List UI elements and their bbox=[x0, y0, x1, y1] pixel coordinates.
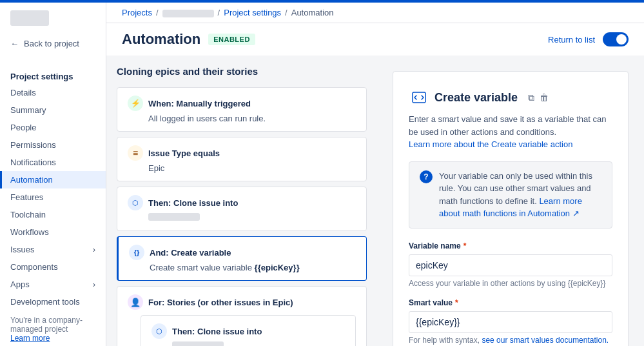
step-clone1-label: Then: Clone issue into bbox=[148, 198, 238, 208]
content-area: Projects / / Project settings / Automati… bbox=[106, 3, 644, 346]
variable-icon: {} bbox=[129, 245, 144, 260]
step-for-label: For: Stories (or other issues in Epic) bbox=[148, 298, 293, 307]
delete-icon[interactable]: 🗑 bbox=[540, 92, 549, 103]
sidebar-item-features[interactable]: Features bbox=[0, 188, 106, 206]
automation-toggle[interactable] bbox=[603, 32, 629, 46]
detail-title: Create variable bbox=[434, 91, 518, 105]
smart-value-label: Smart value * bbox=[409, 298, 612, 307]
step-clone1-header: ⬡ Then: Clone issue into bbox=[128, 195, 356, 210]
enabled-badge: ENABLED bbox=[208, 34, 255, 45]
variable-name-hint: Access your variable in other actions by… bbox=[409, 279, 612, 288]
variable-name-label: Variable name * bbox=[409, 241, 612, 250]
step-clone1-desc bbox=[148, 213, 356, 223]
sidebar-section-header: Project settings bbox=[0, 64, 106, 84]
breadcrumb-projects[interactable]: Projects bbox=[122, 8, 152, 17]
breadcrumb: Projects / / Project settings / Automati… bbox=[106, 3, 644, 23]
smart-values-doc-link[interactable]: see our smart values documentation. bbox=[482, 336, 609, 345]
required-star-1: * bbox=[463, 241, 467, 250]
sidebar-item-people[interactable]: People bbox=[0, 119, 106, 136]
smart-value-group: Smart value * For help with syntax, see … bbox=[409, 298, 612, 345]
sidebar-logo-area bbox=[0, 3, 106, 34]
back-to-project[interactable]: ← Back to project bbox=[0, 34, 106, 54]
detail-icon bbox=[409, 87, 429, 108]
step-for[interactable]: 👤 For: Stories (or other issues in Epic)… bbox=[117, 286, 367, 346]
sidebar-item-summary[interactable]: Summary bbox=[0, 101, 106, 119]
step-clone2-label: Then: Clone issue into bbox=[172, 327, 262, 336]
clone2-icon: ⬡ bbox=[151, 323, 167, 339]
detail-card: Create variable ⧉ 🗑 Enter a smart value … bbox=[393, 71, 629, 346]
step-clone2-header: ⬡ Then: Clone issue into bbox=[151, 323, 345, 339]
learn-more-variable-link[interactable]: Learn more about the Create variable act… bbox=[409, 139, 572, 149]
info-box-text: Your variable can only be used within th… bbox=[439, 170, 601, 220]
company-managed-text: You're in a company-managed project bbox=[10, 316, 95, 334]
step-clone2-desc bbox=[172, 341, 345, 346]
variable-name-input[interactable] bbox=[409, 254, 612, 276]
step-clone2[interactable]: ⬡ Then: Clone issue into bbox=[141, 315, 356, 346]
condition-icon: ≡ bbox=[128, 145, 143, 161]
return-to-list-link[interactable]: Return to list bbox=[548, 35, 595, 45]
step-condition[interactable]: ≡ Issue Type equals Epic bbox=[117, 137, 367, 181]
trigger-icon: ⚡ bbox=[128, 96, 143, 111]
sidebar-item-components[interactable]: Components bbox=[0, 258, 106, 276]
info-icon: ? bbox=[420, 170, 433, 183]
page-header: Automation ENABLED Return to list bbox=[106, 23, 644, 56]
step-when-header: ⚡ When: Manually triggered bbox=[128, 96, 356, 111]
project-name-redacted bbox=[162, 10, 214, 17]
page-header-left: Automation ENABLED bbox=[122, 31, 255, 48]
chevron-right-icon-apps: › bbox=[93, 280, 95, 289]
rule-panel: Cloning epics and their stories ⚡ When: … bbox=[106, 56, 377, 346]
step-condition-header: ≡ Issue Type equals bbox=[128, 145, 356, 161]
step-variable[interactable]: {} And: Create variable Create smart val… bbox=[117, 236, 367, 281]
sidebar: ← Back to project Project settings Detai… bbox=[0, 3, 106, 346]
back-label: Back to project bbox=[24, 39, 79, 48]
step-condition-desc: Epic bbox=[148, 163, 356, 173]
step-for-header: 👤 For: Stories (or other issues in Epic) bbox=[128, 294, 356, 310]
detail-description: Enter a smart value and save it as a var… bbox=[409, 113, 612, 151]
logo bbox=[10, 10, 49, 26]
copy-icon[interactable]: ⧉ bbox=[528, 92, 534, 103]
breadcrumb-automation: Automation bbox=[291, 8, 334, 17]
app-wrapper: ← Back to project Project settings Detai… bbox=[0, 0, 644, 346]
sidebar-item-apps[interactable]: Apps › bbox=[0, 276, 106, 293]
required-star-2: * bbox=[455, 298, 458, 307]
step-variable-desc-bold: {{epicKey}} bbox=[255, 263, 300, 272]
sidebar-item-permissions[interactable]: Permissions bbox=[0, 136, 106, 154]
breadcrumb-project-settings[interactable]: Project settings bbox=[224, 8, 281, 17]
sidebar-footer: You're in a company-managed project Lear… bbox=[0, 310, 106, 346]
smart-value-input[interactable] bbox=[409, 311, 612, 333]
sidebar-item-toolchain[interactable]: Toolchain bbox=[0, 206, 106, 223]
main-layout: ← Back to project Project settings Detai… bbox=[0, 3, 644, 346]
step-when-label: When: Manually triggered bbox=[148, 99, 251, 108]
step-when-desc: All logged in users can run rule. bbox=[148, 114, 356, 123]
info-box: ? Your variable can only be used within … bbox=[409, 161, 612, 229]
learn-more-link[interactable]: Learn more bbox=[10, 334, 50, 343]
step-variable-label: And: Create variable bbox=[150, 248, 231, 258]
sidebar-item-details[interactable]: Details bbox=[0, 84, 106, 101]
two-panel: Cloning epics and their stories ⚡ When: … bbox=[106, 56, 644, 346]
sidebar-item-notifications[interactable]: Notifications bbox=[0, 154, 106, 171]
chevron-right-icon: › bbox=[93, 245, 95, 254]
page-header-right: Return to list bbox=[548, 32, 629, 46]
back-arrow-icon: ← bbox=[10, 39, 19, 48]
step-when[interactable]: ⚡ When: Manually triggered All logged in… bbox=[117, 87, 367, 132]
clone2-redacted bbox=[172, 341, 224, 346]
sidebar-item-devtools[interactable]: Development tools bbox=[0, 293, 106, 310]
for-icon: 👤 bbox=[128, 294, 143, 310]
sidebar-item-automation[interactable]: Automation bbox=[0, 171, 106, 188]
sidebar-item-issues[interactable]: Issues › bbox=[0, 241, 106, 258]
detail-panel: Create variable ⧉ 🗑 Enter a smart value … bbox=[377, 56, 644, 346]
variable-name-group: Variable name * Access your variable in … bbox=[409, 241, 612, 288]
smart-value-hint: For help with syntax, see our smart valu… bbox=[409, 336, 612, 345]
step-variable-desc: Create smart value variable {{epicKey}} bbox=[150, 263, 356, 272]
step-condition-label: Issue Type equals bbox=[148, 148, 220, 158]
step-variable-header: {} And: Create variable bbox=[129, 245, 356, 260]
action-icon-1: ⬡ bbox=[128, 195, 143, 210]
sidebar-item-workflows[interactable]: Workflows bbox=[0, 223, 106, 241]
rule-panel-title: Cloning epics and their stories bbox=[117, 66, 367, 77]
detail-header: Create variable ⧉ 🗑 bbox=[409, 87, 612, 108]
page-title: Automation bbox=[122, 31, 200, 48]
breadcrumb-project-name[interactable] bbox=[162, 8, 214, 17]
detail-action-icons: ⧉ 🗑 bbox=[528, 92, 549, 103]
step-clone1[interactable]: ⬡ Then: Clone issue into bbox=[117, 187, 367, 231]
nested-clone-step: ⬡ Then: Clone issue into bbox=[141, 315, 356, 346]
